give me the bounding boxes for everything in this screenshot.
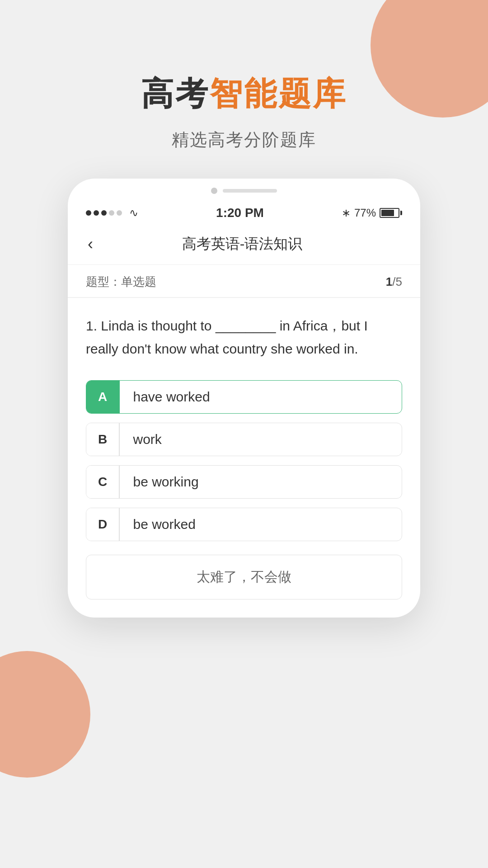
signal-dot-2	[94, 210, 99, 216]
wifi-icon: ∿	[129, 207, 138, 219]
option-d-text: be worked	[120, 517, 402, 532]
header-section: 高考智能题库 精选高考分阶题库	[0, 0, 488, 179]
battery-icon	[380, 208, 402, 218]
decorative-blob-bottom-left	[0, 651, 90, 778]
battery-body	[380, 208, 399, 218]
title-part1: 高考	[141, 75, 210, 112]
back-button[interactable]: ‹	[86, 233, 100, 255]
subtitle: 精选高考分阶题库	[0, 128, 488, 151]
option-b-label: B	[86, 423, 119, 456]
question-current: 1	[386, 275, 392, 288]
signal-dot-5	[117, 210, 122, 216]
phone-container: ∿ 1:20 PM ∗ 77% ‹ 高考英语-语法知识 题型：单选题	[0, 179, 488, 618]
option-d-label: D	[86, 508, 119, 541]
signal-dot-3	[101, 210, 107, 216]
signal-dot-4	[109, 210, 114, 216]
signal-dots	[86, 210, 122, 216]
bluetooth-icon: ∗	[342, 207, 351, 219]
question-type: 题型：单选题	[86, 274, 156, 290]
battery-fill	[381, 210, 394, 216]
question-content: 1. Linda is thought to ________ in Afric…	[68, 298, 420, 371]
question-progress: 1/5	[386, 275, 402, 289]
nav-title: 高考英语-语法知识	[100, 234, 384, 254]
option-a-label: A	[86, 381, 119, 413]
question-total: 5	[396, 275, 402, 288]
option-c-label: C	[86, 466, 119, 498]
option-a[interactable]: A have worked	[86, 380, 402, 414]
phone-dot	[211, 188, 217, 194]
signal-dot-1	[86, 210, 91, 216]
options-container: A have worked B work C be working D be w…	[68, 371, 420, 550]
status-left: ∿	[86, 207, 138, 219]
option-b[interactable]: B work	[86, 423, 402, 456]
too-hard-button[interactable]: 太难了，不会做	[86, 555, 402, 599]
phone-line	[223, 189, 277, 193]
status-right: ∗ 77%	[342, 207, 402, 219]
battery-tip	[400, 211, 402, 215]
option-a-text: have worked	[120, 389, 402, 405]
option-d[interactable]: D be worked	[86, 508, 402, 541]
main-title: 高考智能题库	[0, 72, 488, 116]
progress-separator: /	[392, 275, 395, 288]
question-text: 1. Linda is thought to ________ in Afric…	[86, 314, 402, 360]
option-b-text: work	[120, 432, 402, 447]
option-c[interactable]: C be working	[86, 465, 402, 499]
title-part2: 智能题库	[210, 75, 347, 112]
nav-bar: ‹ 高考英语-语法知识	[68, 226, 420, 265]
question-meta: 题型：单选题 1/5	[68, 265, 420, 298]
phone-top-bar	[68, 179, 420, 198]
phone-mockup: ∿ 1:20 PM ∗ 77% ‹ 高考英语-语法知识 题型：单选题	[68, 179, 420, 618]
status-bar: ∿ 1:20 PM ∗ 77%	[68, 198, 420, 226]
battery-percent: 77%	[354, 207, 376, 219]
option-c-text: be working	[120, 474, 402, 490]
status-time: 1:20 PM	[216, 206, 264, 220]
